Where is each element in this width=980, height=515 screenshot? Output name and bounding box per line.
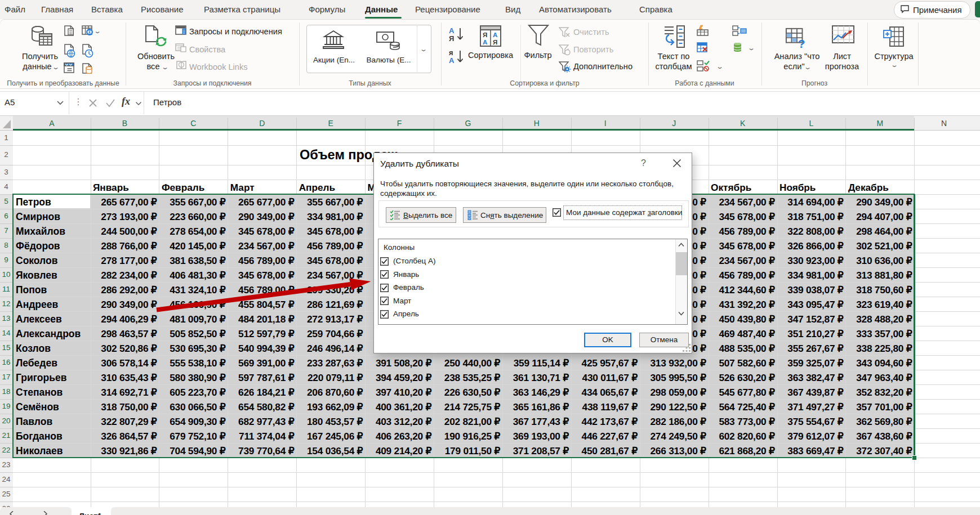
- svg-text:Я: Я: [449, 34, 454, 43]
- svg-text:А: А: [449, 56, 455, 65]
- svg-text:Я: Я: [483, 32, 487, 38]
- svg-text:я: я: [449, 48, 453, 57]
- svg-text:А: А: [493, 32, 497, 38]
- svg-text:Я: Я: [493, 39, 497, 46]
- svg-text:А: А: [449, 26, 455, 35]
- svg-text:А: А: [483, 39, 487, 46]
- svg-text:?: ?: [798, 37, 805, 49]
